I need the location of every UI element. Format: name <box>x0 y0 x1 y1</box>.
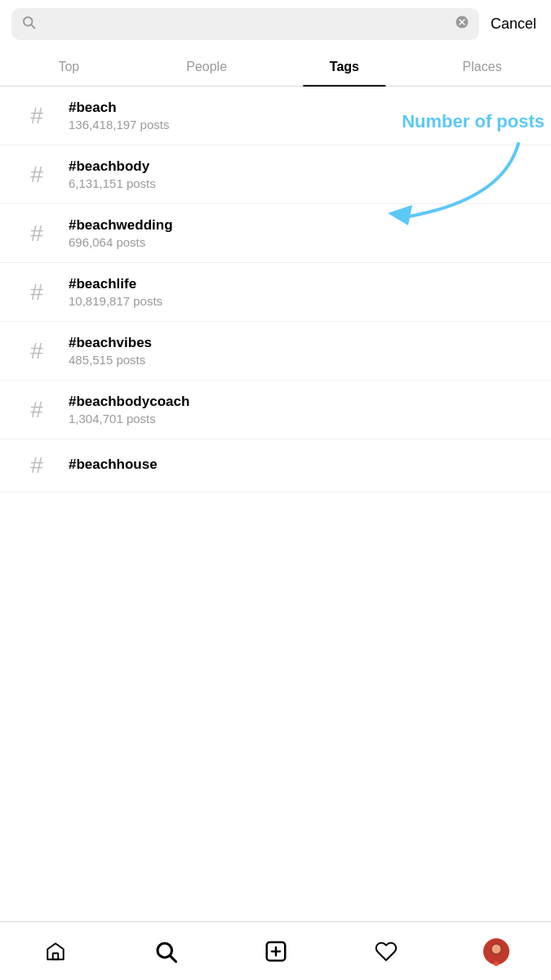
tag-info: #beach 136,418,197 posts <box>57 100 535 131</box>
nav-dot <box>494 961 499 966</box>
tag-item[interactable]: # #beachhouse <box>0 439 551 492</box>
clear-icon[interactable] <box>455 15 469 33</box>
tab-places[interactable]: Places <box>413 48 551 86</box>
tag-info: #beachlife 10,819,817 posts <box>57 276 535 308</box>
tag-item[interactable]: # #beachwedding 696,064 posts <box>0 204 551 263</box>
bottom-nav <box>0 921 551 980</box>
nav-profile[interactable] <box>477 932 516 971</box>
nav-search[interactable] <box>146 932 185 971</box>
tab-people[interactable]: People <box>138 48 276 86</box>
search-input[interactable]: beach <box>42 16 448 33</box>
tag-item[interactable]: # #beachbodycoach 1,304,701 posts <box>0 381 551 439</box>
search-bar: beach Cancel <box>0 0 551 48</box>
tag-name: #beachbodycoach <box>69 394 535 410</box>
tag-posts: 136,418,197 posts <box>69 118 535 131</box>
hash-icon: # <box>16 397 57 423</box>
tag-posts: 10,819,817 posts <box>69 294 535 308</box>
tag-name: #beachbody <box>69 158 535 175</box>
search-icon <box>21 15 36 33</box>
tabs-bar: Top People Tags Places <box>0 48 551 87</box>
tag-posts: 6,131,151 posts <box>69 176 535 190</box>
tag-info: #beachhouse <box>57 457 535 474</box>
svg-rect-6 <box>52 953 58 960</box>
tag-info: #beachwedding 696,064 posts <box>57 217 535 249</box>
hash-icon: # <box>16 338 57 364</box>
tab-tags[interactable]: Tags <box>276 48 414 86</box>
tag-info: #beachvibes 485,515 posts <box>57 335 535 367</box>
hash-icon: # <box>16 220 57 247</box>
hash-icon: # <box>16 279 57 305</box>
nav-activity[interactable] <box>367 932 406 971</box>
tag-posts: 1,304,701 posts <box>69 412 535 425</box>
nav-home[interactable] <box>36 932 75 971</box>
tag-name: #beachvibes <box>69 335 535 351</box>
tag-item[interactable]: # #beachlife 10,819,817 posts <box>0 263 551 322</box>
tag-info: #beachbodycoach 1,304,701 posts <box>57 394 535 425</box>
hash-icon: # <box>16 452 57 479</box>
cancel-button[interactable]: Cancel <box>487 16 540 33</box>
nav-new-post[interactable] <box>256 932 295 971</box>
hash-icon: # <box>16 103 57 129</box>
tag-name: #beachwedding <box>69 217 535 234</box>
tag-name: #beachhouse <box>69 457 535 473</box>
tag-item[interactable]: # #beachvibes 485,515 posts <box>0 322 551 381</box>
tag-item[interactable]: # #beach 136,418,197 posts <box>0 87 551 145</box>
main-content: Number of posts # #beach 136,418,197 pos… <box>0 87 551 558</box>
tag-name: #beachlife <box>69 276 535 292</box>
tag-posts: 485,515 posts <box>69 353 535 367</box>
svg-point-13 <box>491 944 500 953</box>
tag-info: #beachbody 6,131,151 posts <box>57 158 535 190</box>
tag-list: # #beach 136,418,197 posts # #beachbody … <box>0 87 551 492</box>
tag-name: #beach <box>69 100 535 116</box>
svg-line-8 <box>170 956 176 961</box>
tag-item[interactable]: # #beachbody 6,131,151 posts <box>0 145 551 204</box>
hash-icon: # <box>16 162 57 188</box>
tag-posts: 696,064 posts <box>69 235 535 249</box>
svg-line-1 <box>31 24 34 28</box>
search-input-wrapper: beach <box>11 8 479 40</box>
tab-top[interactable]: Top <box>0 48 138 86</box>
